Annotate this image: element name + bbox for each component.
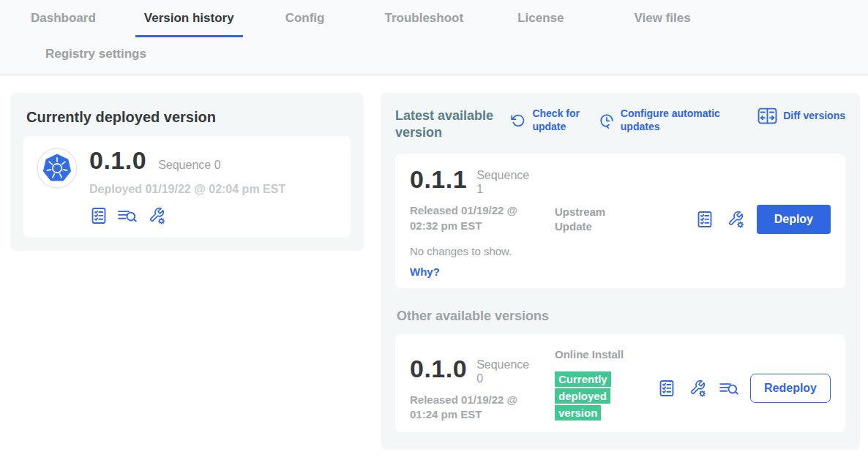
diff-versions-link[interactable]: Diff versions xyxy=(757,107,845,124)
diff-versions-label: Diff versions xyxy=(783,110,845,123)
tab-version-history[interactable]: Version history xyxy=(135,11,243,37)
nav-row-primary: Dashboard Version history Config Trouble… xyxy=(22,0,868,37)
latest-available-title: Latest available version xyxy=(395,107,499,140)
view-logs-search-icon[interactable] xyxy=(719,379,739,398)
version-history-page: Currently deployed version xyxy=(0,75,868,450)
nav-row-secondary: Registry settings xyxy=(22,37,868,75)
other-version-source: Online Install xyxy=(555,347,624,362)
tab-config[interactable]: Config xyxy=(277,11,334,37)
configure-automatic-updates-label: Configure automatic updates xyxy=(621,107,747,133)
latest-released-timestamp: Released 01/19/22 @ 02:32 pm EST xyxy=(410,203,531,233)
other-version-number: 0.1.0 xyxy=(410,356,467,382)
check-for-update-link[interactable]: Check for update xyxy=(510,107,587,133)
deployed-version-card: 0.1.0 Sequence 0 Deployed 01/19/22 @ 02:… xyxy=(23,136,351,238)
currently-deployed-badge: Currently deployed version xyxy=(555,371,611,421)
preflight-checklist-icon[interactable] xyxy=(657,379,676,398)
deploy-button[interactable]: Deploy xyxy=(757,205,831,234)
preflight-checklist-icon[interactable] xyxy=(695,210,714,229)
deployed-timestamp: Deployed 01/19/22 @ 02:04 pm EST xyxy=(89,183,285,196)
diff-icon xyxy=(757,107,777,124)
configure-automatic-updates-link[interactable]: Configure automatic updates xyxy=(599,107,747,133)
latest-version-header: Latest available version Check for updat… xyxy=(395,107,845,140)
latest-version-source: Upstream Update xyxy=(555,205,624,235)
check-for-update-label: Check for update xyxy=(532,107,587,133)
latest-version-info: 0.1.1 Sequence 1 Released 01/19/22 @ 02:… xyxy=(410,167,555,233)
other-sequence-label: Sequence 0 xyxy=(476,358,529,385)
latest-version-card: 0.1.1 Sequence 1 Released 01/19/22 @ 02:… xyxy=(395,154,845,288)
view-logs-search-icon[interactable] xyxy=(117,206,138,225)
redeploy-button[interactable]: Redeploy xyxy=(750,374,831,403)
auto-update-clock-icon xyxy=(599,113,615,129)
currently-deployed-title: Currently deployed version xyxy=(26,109,348,126)
top-navigation: Dashboard Version history Config Trouble… xyxy=(0,0,868,75)
edit-config-wrench-icon[interactable] xyxy=(725,209,746,230)
latest-version-actions: Deploy xyxy=(695,205,831,234)
edit-config-wrench-icon[interactable] xyxy=(146,205,167,226)
latest-version-number: 0.1.1 xyxy=(410,167,467,193)
tab-troubleshoot[interactable]: Troubleshoot xyxy=(375,11,472,37)
available-versions-panel: Latest available version Check for updat… xyxy=(381,93,860,450)
tab-license[interactable]: License xyxy=(509,11,572,37)
currently-deployed-badge-wrap: Currently deployed version xyxy=(555,371,616,422)
currently-deployed-panel: Currently deployed version xyxy=(10,93,364,251)
refresh-icon xyxy=(510,113,526,129)
deployed-sequence-label: Sequence 0 xyxy=(158,159,220,172)
latest-sequence-label: Sequence 1 xyxy=(476,168,529,196)
no-changes-text: No changes to show. xyxy=(410,245,831,257)
deployed-version-info: 0.1.0 Sequence 0 Deployed 01/19/22 @ 02:… xyxy=(89,148,285,226)
other-versions-title: Other available versions xyxy=(397,309,845,324)
tab-dashboard[interactable]: Dashboard xyxy=(22,11,105,37)
deployed-version-actions xyxy=(89,205,285,226)
edit-config-wrench-icon[interactable] xyxy=(687,378,708,399)
other-released-timestamp: Released 01/19/22 @ 01:24 pm EST xyxy=(410,393,531,423)
other-version-info: 0.1.0 Sequence 0 Released 01/19/22 @ 01:… xyxy=(410,356,555,423)
other-version-card: 0.1.0 Sequence 0 Released 01/19/22 @ 01:… xyxy=(395,334,845,433)
kubernetes-logo-icon xyxy=(37,148,78,189)
tab-registry-settings[interactable]: Registry settings xyxy=(37,47,155,64)
deployed-version-number: 0.1.0 xyxy=(89,148,146,174)
other-version-actions: Redeploy xyxy=(657,374,831,403)
tab-view-files[interactable]: View files xyxy=(625,11,699,37)
preflight-checklist-icon[interactable] xyxy=(89,206,108,225)
other-version-source-block: Online Install Currently deployed versio… xyxy=(555,347,657,422)
why-link[interactable]: Why? xyxy=(410,265,441,278)
